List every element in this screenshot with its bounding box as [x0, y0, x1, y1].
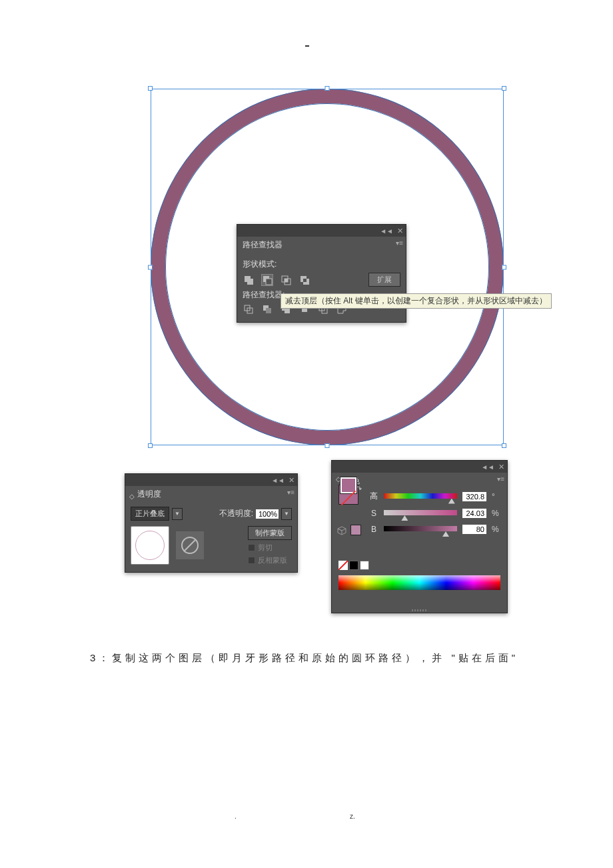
secondary-swatch[interactable]: [350, 525, 361, 535]
panel-header[interactable]: ◄◄ ✕: [332, 461, 507, 473]
resize-handle-bm[interactable]: [325, 443, 330, 448]
mask-thumbnail-empty[interactable]: [176, 531, 204, 559]
object-thumbnail[interactable]: [131, 526, 169, 565]
unite-icon[interactable]: [243, 274, 255, 286]
transparency-tab[interactable]: 透明度: [125, 486, 297, 503]
saturation-label: S: [369, 509, 378, 518]
saturation-slider[interactable]: [384, 510, 457, 517]
resize-handle-tm[interactable]: [325, 86, 330, 91]
close-icon[interactable]: ✕: [498, 463, 504, 471]
svg-rect-9: [303, 279, 306, 282]
color-spectrum[interactable]: [338, 575, 500, 590]
clip-label: 剪切: [258, 543, 273, 553]
hue-label: 高: [369, 491, 378, 502]
resize-handle-mr[interactable]: [502, 265, 506, 269]
footer-mark-b: z.: [350, 813, 355, 820]
clip-checkbox[interactable]: [248, 544, 255, 551]
resize-grip-icon[interactable]: [412, 609, 428, 611]
shape-mode-label: 形状模式:: [243, 259, 400, 270]
color-model-icon[interactable]: [337, 526, 346, 535]
thumb-circle-icon: [135, 531, 165, 560]
trim-icon[interactable]: [261, 303, 273, 315]
top-dash: [305, 45, 309, 47]
make-mask-button[interactable]: 制作蒙版: [248, 526, 292, 540]
resize-handle-tr[interactable]: [502, 86, 506, 91]
transparency-panel[interactable]: ◄◄ ✕ ◇ 透明度 ▾≡ 正片叠底 ▼ 不透明度: 100% ▼ 制作蒙版 剪…: [125, 473, 298, 573]
expand-button[interactable]: 扩展: [368, 273, 400, 287]
opacity-value-input[interactable]: 100%: [256, 509, 279, 519]
panel-menu-icon[interactable]: ▾≡: [287, 489, 295, 496]
blend-mode-dropdown-icon[interactable]: ▼: [172, 508, 183, 520]
divide-icon[interactable]: [243, 303, 255, 315]
brightness-unit: %: [492, 525, 498, 534]
black-swatch[interactable]: [349, 561, 358, 570]
hue-slider[interactable]: [384, 493, 457, 500]
hue-unit: °: [492, 492, 498, 501]
svg-line-20: [184, 539, 196, 551]
resize-handle-tl[interactable]: [148, 86, 153, 91]
hue-input[interactable]: 320.8: [462, 492, 486, 501]
footer-mark-a: .: [235, 813, 237, 820]
saturation-input[interactable]: 24.03: [462, 509, 486, 518]
svg-rect-1: [247, 279, 253, 285]
white-swatch[interactable]: [360, 561, 369, 570]
blend-mode-select[interactable]: 正片叠底: [131, 507, 169, 521]
step-caption: 3：复制这两个图层（即月牙形路径和原始的圆环路径），并 "贴在后面": [90, 652, 518, 665]
svg-rect-15: [285, 308, 290, 313]
panel-header[interactable]: ◄◄ ✕: [237, 225, 406, 237]
pathfinder-tab[interactable]: 路径查找器: [237, 237, 406, 253]
collapse-icon[interactable]: ◄◄: [481, 463, 494, 471]
brightness-slider[interactable]: [384, 526, 457, 533]
svg-rect-6: [285, 279, 288, 282]
none-color-swatch[interactable]: [338, 561, 348, 570]
brightness-label: B: [369, 525, 378, 534]
intersect-icon[interactable]: [280, 274, 292, 286]
minus-front-icon[interactable]: [261, 274, 273, 286]
resize-handle-ml[interactable]: [148, 265, 153, 269]
saturation-unit: %: [492, 509, 498, 518]
close-icon[interactable]: ✕: [397, 227, 403, 235]
opacity-label: 不透明度:: [219, 508, 253, 519]
svg-rect-3: [266, 279, 272, 285]
expand-toggle-icon[interactable]: ◇: [129, 493, 135, 500]
minus-front-tooltip: 减去顶层（按住 Alt 键单击，以创建一个复合形状，并从形状区域中减去）: [281, 293, 552, 309]
resize-handle-bl[interactable]: [148, 443, 153, 448]
collapse-icon[interactable]: ◄◄: [380, 227, 393, 235]
svg-rect-13: [266, 308, 271, 313]
invert-mask-label: 反相蒙版: [258, 555, 287, 565]
panel-menu-icon[interactable]: ▾≡: [396, 239, 403, 247]
exclude-icon[interactable]: [299, 274, 310, 286]
panel-header[interactable]: ◄◄ ✕: [125, 474, 297, 486]
invert-mask-checkbox[interactable]: [248, 557, 255, 564]
opacity-dropdown-icon[interactable]: ▼: [281, 508, 292, 520]
brightness-input[interactable]: 80: [462, 525, 486, 534]
resize-handle-br[interactable]: [502, 443, 506, 448]
panel-menu-icon[interactable]: ▾≡: [497, 475, 504, 483]
close-icon[interactable]: ✕: [289, 476, 295, 485]
color-panel[interactable]: ◄◄ ✕ ◇ 颜色 ▾≡ ↷ 高 320.8 ° S 24.03: [331, 460, 508, 613]
collapse-icon[interactable]: ◄◄: [271, 477, 285, 484]
